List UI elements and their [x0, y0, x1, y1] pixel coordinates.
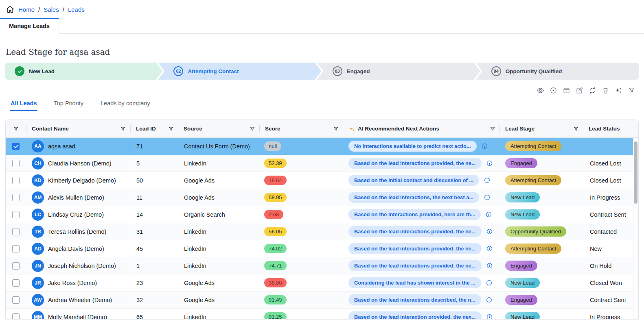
breadcrumb-link-home[interactable]: Home: [18, 6, 35, 13]
filter-funnel-icon[interactable]: [13, 126, 19, 132]
breadcrumb-link-leads[interactable]: Leads: [68, 6, 85, 13]
calendar-icon[interactable]: [561, 85, 572, 96]
scrollbar-thumb[interactable]: [634, 141, 637, 204]
filter-funnel-icon[interactable]: [573, 126, 579, 132]
tab-manage-leads[interactable]: Manage Leads: [0, 18, 59, 34]
info-icon[interactable]: [481, 143, 488, 150]
view-tab-top-priority[interactable]: Top Priority: [53, 96, 84, 111]
table-row[interactable]: KD Kimberly Delgado (Demo) 50 Google Ads…: [6, 172, 638, 189]
row-checkbox[interactable]: [12, 228, 20, 235]
table-row[interactable]: AM Alexis Mullen (Demo) 11 Google Ads 59…: [6, 189, 638, 206]
avatar: KD: [32, 174, 44, 187]
view-tabs: All LeadsTop PriorityLeads by company: [10, 96, 644, 111]
row-checkbox[interactable]: [12, 313, 20, 320]
info-icon[interactable]: [485, 211, 492, 218]
ai-recommendation-link[interactable]: Based on the lead interactions provided,…: [348, 243, 482, 254]
info-icon[interactable]: [486, 279, 493, 286]
filter-icon[interactable]: [626, 85, 637, 96]
lead-stage-badge: Engaged: [505, 261, 537, 271]
stage-attempting-contact[interactable]: 02 Attempting Contact: [158, 63, 321, 80]
lead-stage-badge: New Lead: [505, 278, 540, 288]
refresh-icon[interactable]: [587, 85, 598, 96]
info-icon[interactable]: [486, 228, 493, 235]
row-checkbox[interactable]: [12, 262, 20, 270]
stage-engaged[interactable]: 03 Engaged: [317, 63, 480, 80]
lead-id: 32: [130, 291, 178, 308]
table-row[interactable]: JR Jake Ross (Demo) 23 Google Ads 38.80 …: [6, 274, 638, 291]
view-tab-leads-by-company[interactable]: Leads by company: [100, 96, 151, 111]
lead-id: 45: [130, 240, 178, 257]
score-badge: 59.95: [264, 193, 287, 202]
lead-id: 5: [130, 155, 178, 172]
lead-status: In Progress: [583, 309, 638, 320]
row-checkbox[interactable]: [12, 211, 20, 218]
view-tab-all-leads[interactable]: All Leads: [10, 96, 37, 111]
avatar: JR: [32, 277, 44, 289]
table-row[interactable]: AA aqsa asad 71 Contact Us Form (Demo) n…: [6, 138, 638, 155]
filter-funnel-icon[interactable]: [333, 126, 339, 132]
info-icon[interactable]: [486, 160, 493, 167]
eye-icon[interactable]: [535, 85, 545, 96]
lead-id: 11: [130, 189, 178, 206]
ai-recommendation-link[interactable]: Considering the lead has shown interest …: [348, 277, 481, 288]
ai-recommendation-link[interactable]: No interactions available to predict nex…: [348, 141, 477, 152]
stage-number-badge: 03: [333, 66, 342, 76]
ai-recommendation-link[interactable]: Based on the lead interactions provided,…: [348, 226, 482, 237]
score-badge: 74.02: [264, 244, 287, 253]
table-row[interactable]: TR Teresa Rollins (Demo) 31 LinkedIn 56.…: [6, 223, 638, 240]
column-label: Lead ID: [136, 126, 156, 132]
row-checkbox[interactable]: [12, 194, 20, 201]
lead-stage-badge: Engaged: [505, 295, 537, 305]
ai-recommendation-link[interactable]: Based on the lead interactions described…: [348, 294, 481, 305]
lead-stage-badge: Attempting Contact: [505, 141, 561, 151]
record-icon[interactable]: [548, 85, 559, 96]
breadcrumb-link-sales[interactable]: Sales: [44, 6, 59, 13]
row-checkbox[interactable]: [12, 143, 20, 150]
stage-label: Opportunity Qualified: [506, 68, 562, 74]
row-checkbox[interactable]: [12, 245, 20, 252]
filter-funnel-icon[interactable]: [168, 126, 174, 132]
edit-icon[interactable]: [574, 85, 585, 96]
ai-recommendation-link[interactable]: Based on the lead interactions provided,…: [348, 158, 482, 169]
lead-status: Closed Lost: [583, 155, 638, 172]
trash-icon[interactable]: [600, 85, 611, 96]
lead-source: Organic Search: [178, 206, 259, 223]
table-row[interactable]: CH Claudia Hanson (Demo) 5 LinkedIn 52.3…: [6, 155, 638, 172]
table-row[interactable]: JN Joseph Nicholson (Demo) 1 LinkedIn 74…: [6, 257, 638, 274]
lead-source: Google Ads: [178, 189, 259, 206]
ai-recommendation-link[interactable]: Based on the initial contact and discuss…: [348, 175, 479, 186]
ai-recommendation-link[interactable]: Based on the lead interactions, the next…: [348, 192, 479, 203]
info-icon[interactable]: [486, 313, 493, 320]
row-checkbox[interactable]: [12, 177, 20, 184]
row-checkbox[interactable]: [12, 296, 20, 304]
filter-funnel-icon[interactable]: [120, 126, 126, 132]
contact-name: Angela Davis (Demo): [48, 246, 104, 252]
row-checkbox[interactable]: [12, 279, 20, 287]
lead-source: Google Ads: [178, 172, 259, 189]
info-icon[interactable]: [484, 177, 491, 184]
table-row[interactable]: MM Molly Marshall (Demo) 65 LinkedIn 91.…: [6, 309, 638, 320]
contact-name: aqsa asad: [48, 143, 75, 150]
info-icon[interactable]: [486, 296, 493, 303]
lead-id: 14: [130, 206, 178, 223]
avatar: MM: [32, 311, 44, 320]
ai-recommendation-link[interactable]: Based on the interactions provided, here…: [348, 209, 481, 220]
stage-new-lead[interactable]: New Lead: [5, 63, 162, 80]
ai-sparkles-icon[interactable]: [613, 85, 624, 96]
table-row[interactable]: AD Angela Davis (Demo) 45 LinkedIn 74.02…: [6, 240, 638, 257]
home-icon[interactable]: [6, 5, 15, 14]
filter-funnel-icon[interactable]: [250, 126, 255, 132]
ai-recommendation-link[interactable]: Based on the lead interactions provided,…: [348, 260, 482, 271]
row-checkbox[interactable]: [12, 160, 20, 167]
table-row[interactable]: AW Andrea Wheeler (Demo) 32 Google Ads 9…: [6, 291, 638, 309]
ai-recommendation-link[interactable]: Based on the lead interaction provided, …: [348, 311, 482, 320]
info-icon[interactable]: [484, 194, 491, 201]
info-icon[interactable]: [486, 262, 493, 269]
table-row[interactable]: LC Lindsay Cruz (Demo) 14 Organic Search…: [6, 206, 638, 223]
info-icon[interactable]: [486, 245, 493, 252]
avatar: AD: [32, 243, 44, 255]
lead-stage-badge: New Lead: [505, 312, 540, 320]
stage-opportunity-qualified[interactable]: 04 Opportunity Qualified: [476, 63, 639, 80]
lead-status: Contract Sent: [583, 206, 638, 223]
filter-funnel-icon[interactable]: [490, 126, 495, 132]
